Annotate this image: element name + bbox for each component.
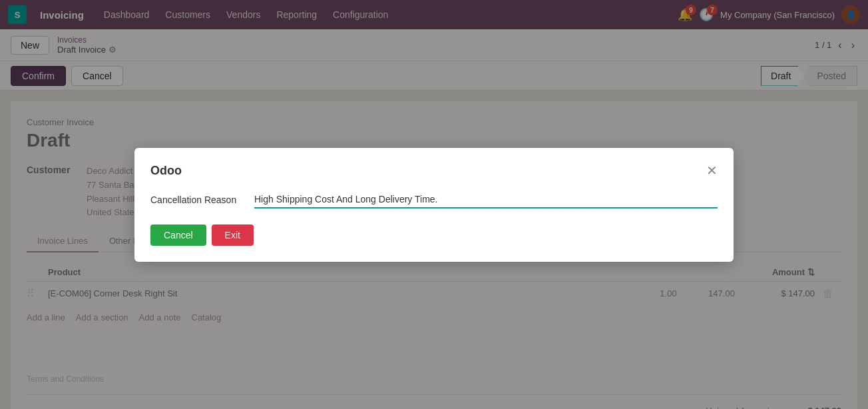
cancellation-reason-row: Cancellation Reason xyxy=(150,191,718,208)
cancellation-reason-input[interactable] xyxy=(254,191,718,208)
cancellation-reason-label: Cancellation Reason xyxy=(150,195,244,205)
modal-exit-button[interactable]: Exit xyxy=(212,224,254,246)
main-content: Customer Invoice Draft Customer Deco Add… xyxy=(0,91,868,409)
modal-overlay: Odoo ✕ Cancellation Reason Cancel Exit xyxy=(0,0,868,409)
modal-header: Odoo ✕ xyxy=(150,164,718,178)
modal-cancel-button[interactable]: Cancel xyxy=(150,224,206,246)
modal-footer: Cancel Exit xyxy=(150,224,718,246)
modal-title: Odoo xyxy=(150,164,182,178)
modal-dialog: Odoo ✕ Cancellation Reason Cancel Exit xyxy=(134,148,734,262)
modal-close-button[interactable]: ✕ xyxy=(706,164,718,177)
modal-body: Cancellation Reason xyxy=(150,191,718,208)
